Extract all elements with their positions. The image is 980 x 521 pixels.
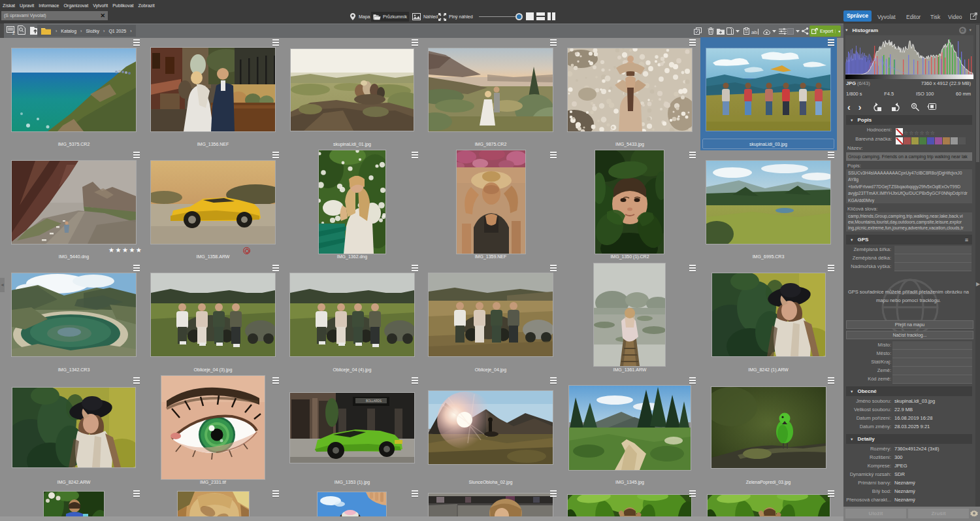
svg-text:BOLLARDS: BOLLARDS [366,399,382,403]
